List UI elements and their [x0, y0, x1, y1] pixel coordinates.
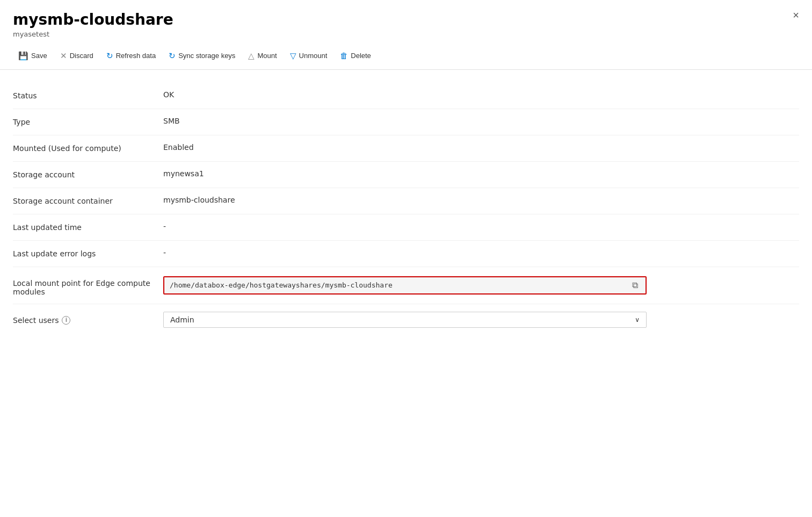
discard-button[interactable]: ✕ Discard: [55, 48, 99, 64]
mounted-row: Mounted (Used for compute) Enabled: [13, 135, 799, 161]
panel-header: mysmb-cloudshare myasetest: [0, 0, 812, 38]
panel-subtitle: myasetest: [13, 30, 799, 38]
copy-button[interactable]: ⧉: [630, 281, 640, 290]
unmount-icon: ▽: [290, 51, 296, 61]
unmount-button[interactable]: ▽ Unmount: [285, 48, 333, 64]
last-error-label: Last update error logs: [13, 248, 163, 258]
type-value: SMB: [163, 117, 799, 125]
last-updated-value: -: [163, 222, 799, 231]
refresh-button[interactable]: ↻ Refresh data: [101, 48, 161, 64]
last-updated-row: Last updated time -: [13, 214, 799, 240]
container-row: Storage account container mysmb-cloudsha…: [13, 188, 799, 214]
discard-label: Discard: [70, 52, 93, 60]
mounted-label: Mounted (Used for compute): [13, 143, 163, 153]
select-users-value: Admin: [170, 315, 194, 324]
mount-point-container: /home/databox-edge/hostgatewayshares/mys…: [163, 276, 647, 295]
select-users-field: Admin ∨: [163, 312, 799, 328]
save-icon: 💾: [18, 51, 28, 61]
status-row: Status OK: [13, 83, 799, 109]
refresh-icon: ↻: [106, 51, 113, 61]
close-button[interactable]: ×: [793, 10, 799, 20]
delete-label: Delete: [351, 52, 371, 60]
last-error-row: Last update error logs -: [13, 241, 799, 267]
save-button[interactable]: 💾 Save: [13, 48, 53, 64]
status-label: Status: [13, 90, 163, 100]
select-users-row: Select users i Admin ∨: [13, 304, 799, 335]
select-users-dropdown[interactable]: Admin ∨: [163, 312, 647, 328]
sync-icon: ↻: [169, 51, 176, 61]
toolbar: 💾 Save ✕ Discard ↻ Refresh data ↻ Sync s…: [0, 42, 812, 70]
status-value: OK: [163, 90, 799, 99]
refresh-label: Refresh data: [116, 52, 156, 60]
storage-account-row: Storage account mynewsa1: [13, 162, 799, 188]
discard-icon: ✕: [60, 51, 67, 61]
type-row: Type SMB: [13, 109, 799, 135]
last-error-value: -: [163, 248, 799, 257]
unmount-label: Unmount: [299, 52, 328, 60]
info-icon: i: [62, 316, 70, 325]
mounted-value: Enabled: [163, 143, 799, 152]
last-updated-label: Last updated time: [13, 222, 163, 232]
delete-icon: 🗑: [340, 51, 348, 60]
mount-point-row: Local mount point for Edge compute modul…: [13, 267, 799, 304]
content: Status OK Type SMB Mounted (Used for com…: [0, 70, 812, 348]
delete-button[interactable]: 🗑 Delete: [335, 48, 376, 63]
mount-point-value: /home/databox-edge/hostgatewayshares/mys…: [170, 281, 630, 289]
save-label: Save: [31, 52, 47, 60]
select-users-label: Select users i: [13, 315, 163, 325]
mount-point-label: Local mount point for Edge compute modul…: [13, 275, 163, 296]
chevron-down-icon: ∨: [635, 316, 640, 324]
mount-point-field: /home/databox-edge/hostgatewayshares/mys…: [163, 276, 799, 295]
panel: × mysmb-cloudshare myasetest 💾 Save ✕ Di…: [0, 0, 812, 517]
sync-label: Sync storage keys: [178, 52, 235, 60]
panel-title: mysmb-cloudshare: [13, 11, 799, 29]
mount-button[interactable]: △ Mount: [243, 48, 282, 64]
type-label: Type: [13, 117, 163, 126]
container-value: mysmb-cloudshare: [163, 196, 799, 204]
storage-account-label: Storage account: [13, 169, 163, 179]
sync-button[interactable]: ↻ Sync storage keys: [163, 48, 241, 64]
container-label: Storage account container: [13, 196, 163, 205]
storage-account-value: mynewsa1: [163, 169, 799, 178]
mount-icon: △: [248, 51, 255, 61]
mount-label: Mount: [257, 52, 277, 60]
copy-icon: ⧉: [632, 281, 638, 290]
